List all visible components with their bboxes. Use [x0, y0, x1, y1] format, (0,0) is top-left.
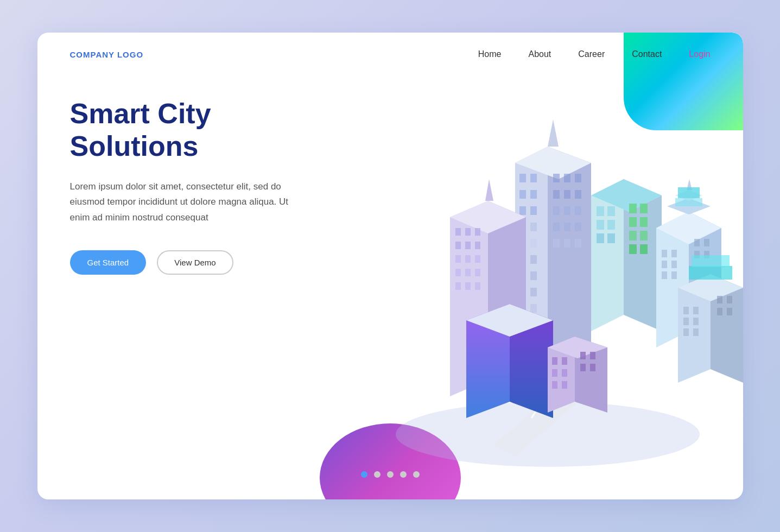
- svg-rect-11: [530, 206, 537, 215]
- svg-rect-35: [575, 223, 581, 231]
- svg-rect-91: [704, 239, 709, 246]
- nav-item-home[interactable]: Home: [478, 49, 502, 59]
- nav-link-about[interactable]: About: [528, 49, 551, 59]
- nav-item-login[interactable]: Login: [689, 49, 710, 59]
- svg-rect-43: [455, 228, 461, 236]
- svg-rect-108: [580, 364, 586, 371]
- company-logo: COMPANY LOGO: [70, 50, 144, 59]
- view-demo-button[interactable]: View Demo: [157, 250, 233, 275]
- svg-rect-46: [455, 242, 461, 249]
- svg-rect-34: [564, 223, 570, 231]
- svg-rect-31: [564, 206, 570, 215]
- svg-rect-10: [519, 206, 526, 215]
- svg-rect-89: [671, 271, 677, 279]
- svg-rect-33: [553, 223, 560, 231]
- svg-rect-68: [629, 244, 637, 254]
- hero-description: Lorem ipsum dolor sit amet, consectetur …: [70, 179, 298, 226]
- svg-rect-90: [694, 239, 700, 246]
- nav-link-career[interactable]: Career: [578, 49, 605, 59]
- svg-rect-106: [580, 352, 586, 359]
- nav-link-login[interactable]: Login: [689, 49, 710, 59]
- svg-rect-23: [530, 304, 537, 313]
- svg-rect-57: [475, 282, 480, 290]
- svg-rect-45: [475, 228, 480, 236]
- svg-rect-47: [465, 242, 471, 249]
- svg-rect-121: [717, 296, 722, 303]
- svg-rect-71: [607, 206, 615, 216]
- svg-rect-104: [552, 381, 557, 389]
- svg-rect-114: [692, 255, 730, 267]
- svg-rect-37: [564, 239, 570, 248]
- svg-rect-54: [475, 269, 480, 276]
- svg-rect-116: [693, 307, 699, 314]
- svg-rect-67: [640, 231, 648, 240]
- svg-rect-107: [590, 352, 595, 359]
- svg-rect-66: [629, 231, 637, 240]
- svg-rect-38: [575, 239, 581, 248]
- svg-rect-8: [519, 190, 526, 199]
- svg-rect-72: [597, 220, 604, 230]
- svg-rect-28: [564, 190, 570, 199]
- nav-link-home[interactable]: Home: [478, 49, 502, 59]
- svg-rect-105: [562, 381, 567, 389]
- svg-rect-56: [465, 282, 471, 290]
- svg-rect-13: [530, 223, 537, 231]
- svg-rect-21: [530, 288, 537, 296]
- dot-3[interactable]: [387, 471, 394, 478]
- svg-rect-26: [575, 174, 581, 182]
- dot-4[interactable]: [400, 471, 407, 478]
- svg-rect-64: [629, 217, 637, 227]
- svg-rect-101: [562, 357, 567, 365]
- dot-5[interactable]: [413, 471, 420, 478]
- svg-rect-109: [590, 364, 595, 371]
- svg-marker-42: [485, 179, 493, 201]
- svg-rect-124: [727, 308, 732, 315]
- svg-rect-120: [693, 328, 699, 336]
- dot-1[interactable]: [361, 471, 367, 478]
- svg-rect-27: [553, 190, 560, 199]
- svg-rect-88: [662, 271, 667, 279]
- svg-rect-69: [640, 244, 648, 254]
- svg-rect-49: [455, 255, 461, 263]
- svg-rect-24: [553, 174, 560, 182]
- nav-item-contact[interactable]: Contact: [632, 49, 662, 59]
- nav-link-contact[interactable]: Contact: [632, 49, 662, 59]
- hero-content: Smart City Solutions Lorem ipsum dolor s…: [70, 98, 331, 275]
- nav-links: Home About Career Contact Login: [478, 49, 711, 59]
- svg-rect-52: [455, 269, 461, 276]
- svg-rect-84: [662, 250, 667, 257]
- get-started-button[interactable]: Get Started: [70, 250, 147, 275]
- city-illustration: [341, 65, 743, 478]
- svg-rect-70: [597, 206, 604, 216]
- svg-rect-62: [629, 204, 637, 213]
- nav-item-career[interactable]: Career: [578, 49, 605, 59]
- navbar: COMPANY LOGO Home About Career Contact L…: [37, 33, 743, 76]
- svg-rect-48: [475, 242, 480, 249]
- svg-rect-82: [678, 187, 700, 198]
- svg-rect-100: [552, 357, 557, 365]
- svg-rect-73: [607, 220, 615, 230]
- svg-marker-5: [548, 119, 559, 147]
- svg-rect-102: [552, 369, 557, 377]
- svg-rect-55: [455, 282, 461, 290]
- svg-rect-51: [475, 255, 480, 263]
- svg-rect-123: [717, 308, 722, 315]
- svg-rect-63: [640, 204, 648, 213]
- svg-rect-83: [675, 198, 702, 206]
- svg-rect-85: [671, 250, 677, 257]
- svg-rect-44: [465, 228, 471, 236]
- pagination-dots: [361, 471, 420, 478]
- svg-rect-6: [519, 174, 526, 182]
- svg-rect-75: [607, 233, 615, 243]
- nav-item-about[interactable]: About: [528, 49, 551, 59]
- svg-rect-17: [530, 255, 537, 264]
- svg-rect-53: [465, 269, 471, 276]
- svg-rect-87: [671, 261, 677, 268]
- svg-rect-74: [597, 233, 604, 243]
- svg-rect-36: [553, 239, 560, 248]
- hero-buttons: Get Started View Demo: [70, 250, 331, 275]
- dot-2[interactable]: [374, 471, 381, 478]
- svg-rect-86: [662, 261, 667, 268]
- svg-rect-25: [564, 174, 570, 182]
- svg-rect-32: [575, 206, 581, 215]
